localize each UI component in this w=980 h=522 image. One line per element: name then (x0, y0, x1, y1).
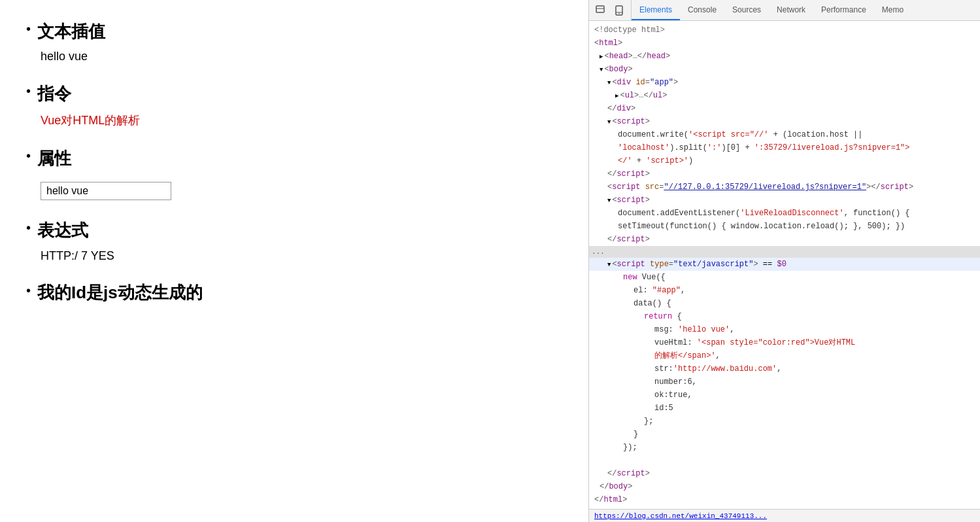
section-attribute: • 属性 (26, 147, 562, 200)
devtools-html-tree[interactable]: <!doctype html> <html> ▶<head>…</head> ▼… (589, 21, 980, 509)
title-expression: 表达式 (37, 218, 88, 242)
html-line-vuehtml: vueHtml: '<span style="color:red">Vue对HT… (589, 336, 980, 349)
html-line-id: id:5 (589, 402, 980, 415)
bullet-1: • (26, 20, 31, 38)
html-line-settimeout: setTimeout(function() { window.location.… (589, 220, 980, 233)
html-line-addeventlistener: document.addEventListener('LiveReloadDis… (589, 207, 980, 220)
devtools-icon-group (589, 0, 632, 20)
html-line-data: data() { (589, 297, 980, 310)
section-directive: • 指令 Vue对HTML的解析 (26, 82, 562, 128)
bullet-4: • (26, 218, 31, 237)
html-line-el: el: "#app", (589, 284, 980, 297)
html-line-script1-close: </script> (589, 167, 980, 181)
html-line-script2-open: ▼<script> (589, 194, 980, 207)
html-line-new-vue: new Vue({ (589, 271, 980, 284)
bullet-5: • (26, 281, 31, 300)
title-text-interpolation: 文本插值 (37, 20, 105, 43)
tab-elements[interactable]: Elements (632, 0, 680, 20)
section-dynamic-id: • 我的Id是js动态生成的 (26, 281, 562, 304)
html-line-ok: ok:true, (589, 389, 980, 402)
tab-network[interactable]: Network (769, 0, 813, 20)
content-text-interpolation: hello vue (41, 50, 562, 63)
devtools-panel: Elements Console Sources Network Perform… (588, 0, 980, 522)
tab-console[interactable]: Console (680, 0, 724, 20)
device-toolbar-icon[interactable] (611, 3, 627, 18)
html-line-number: number:6, (589, 375, 980, 389)
section-text-interpolation: • 文本插值 hello vue (26, 20, 562, 63)
svg-rect-0 (596, 6, 604, 12)
html-line-str: str:'http://www.baidu.com', (589, 362, 980, 375)
title-attribute: 属性 (37, 147, 71, 170)
html-line-div-close: </div> (589, 102, 980, 115)
html-line-script-main-close: </script> (589, 467, 980, 480)
html-line-head: ▶<head>…</head> (589, 50, 980, 63)
html-line-docwrite-3: </' + 'script>') (589, 154, 980, 167)
title-directive: 指令 (37, 82, 71, 105)
html-line-script-livereload: <script src="//127.0.0.1:35729/livereloa… (589, 181, 980, 194)
statusbar-url: https://blog.csdn.net/weixin_43749113... (594, 512, 767, 520)
tab-performance[interactable]: Performance (813, 0, 874, 20)
html-line-docwrite-2: 'localhost').split(':')[0] + ':35729/liv… (589, 141, 980, 154)
html-line-body-close: </body> (589, 480, 980, 493)
content-directive: Vue对HTML的解析 (41, 113, 562, 128)
directive-red-text: Vue对HTML的解析 (41, 114, 140, 127)
html-line-script1-open: ▼<script> (589, 115, 980, 128)
devtools-statusbar[interactable]: https://blog.csdn.net/weixin_43749113... (589, 509, 980, 522)
html-line-return-close: }; (589, 415, 980, 428)
html-line-vuehtml-cont: 的解析</span>', (589, 349, 980, 362)
inspect-element-icon[interactable] (593, 3, 609, 18)
attribute-input[interactable] (41, 182, 171, 200)
html-line-data-close: } (589, 428, 980, 441)
html-line-div-app: ▼<div id="app"> (589, 76, 980, 89)
html-line-script-type: ▼<script type="text/javascript"> == $0 (589, 258, 980, 271)
ellipsis-bar: ... (589, 246, 980, 258)
html-line-html-close: </html> (589, 493, 980, 506)
title-dynamic-id: 我的Id是js动态生成的 (37, 281, 203, 304)
html-line-ul: ▶<ul>…</ul> (589, 89, 980, 102)
bullet-3: • (26, 147, 31, 165)
html-line-vue-close: }); (589, 441, 980, 454)
html-line-docwrite-1: document.write('<script src="//' + (loca… (589, 128, 980, 141)
html-line-body-open: ▼<body> (589, 63, 980, 76)
html-line-script2-close: </script> (589, 233, 980, 246)
html-line-html-open: <html> (589, 37, 980, 50)
section-expression: • 表达式 HTTP:/ 7 YES (26, 218, 562, 262)
devtools-toolbar: Elements Console Sources Network Perform… (589, 0, 980, 21)
left-panel: • 文本插值 hello vue • 指令 Vue对HTML的解析 • 属性 •… (0, 0, 588, 522)
devtools-tabs: Elements Console Sources Network Perform… (632, 0, 980, 20)
html-line-return: return { (589, 310, 980, 323)
content-expression: HTTP:/ 7 YES (41, 249, 562, 263)
bullet-2: • (26, 82, 31, 100)
svg-point-4 (618, 12, 620, 14)
html-line-empty (589, 454, 980, 467)
tab-sources[interactable]: Sources (724, 0, 769, 20)
html-line-msg: msg: 'hello vue', (589, 323, 980, 336)
tab-memo[interactable]: Memo (874, 0, 911, 20)
html-line-doctype: <!doctype html> (589, 24, 980, 37)
